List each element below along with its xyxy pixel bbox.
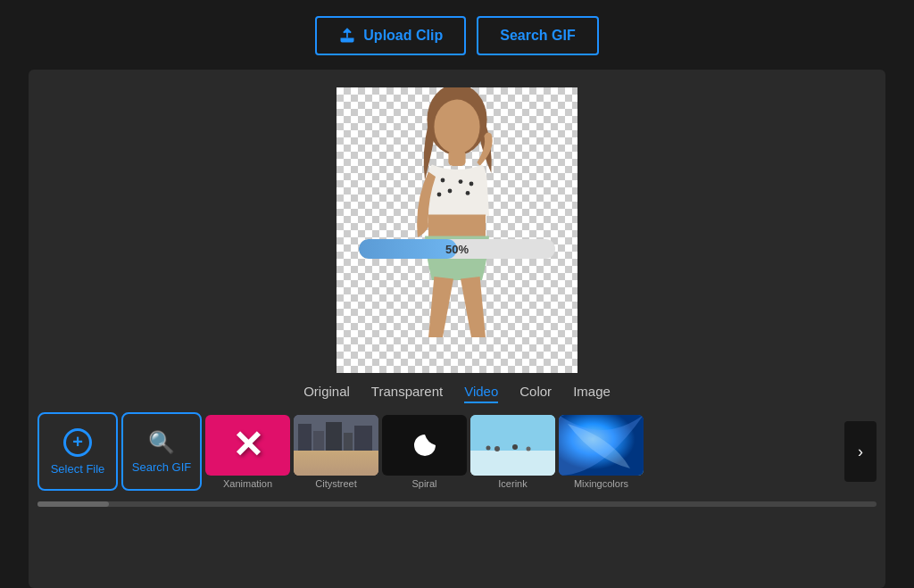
- preview-container: 50%: [337, 87, 577, 373]
- next-button[interactable]: ›: [844, 421, 877, 482]
- toolbar: Upload Clip Search GIF: [0, 0, 914, 70]
- figure-display: [337, 87, 577, 373]
- thumbnail-xanimation-label: Xanimation: [223, 478, 272, 489]
- thumbnail-xanimation[interactable]: ✕ Xanimation: [205, 415, 290, 489]
- select-file-button[interactable]: + Select File: [37, 412, 118, 491]
- svg-point-26: [486, 445, 491, 450]
- svg-rect-13: [326, 422, 342, 464]
- thumbnail-spiral-label: Spiral: [411, 478, 436, 489]
- thumbnail-spiral[interactable]: Spiral: [382, 415, 467, 489]
- upload-label: Upload Clip: [363, 28, 443, 44]
- svg-point-5: [448, 189, 453, 194]
- thumbnail-mixingcolors-box: [559, 415, 644, 476]
- thumbnail-citystreet-label: Citystreet: [315, 478, 356, 489]
- svg-point-6: [459, 179, 463, 184]
- svg-rect-21: [470, 415, 555, 451]
- thumbnail-mixingcolors[interactable]: Mixingcolors: [559, 415, 644, 489]
- svg-point-4: [441, 178, 445, 183]
- svg-point-25: [527, 446, 531, 451]
- progress-overlay: 50%: [359, 239, 555, 259]
- progress-track: 50%: [359, 239, 555, 259]
- svg-point-7: [466, 191, 470, 195]
- upload-icon: [338, 27, 356, 45]
- scrollbar-track[interactable]: [37, 501, 877, 507]
- search-gif-strip-label: Search GIF: [132, 460, 191, 474]
- thumbnail-spiral-box: [382, 415, 467, 476]
- svg-rect-3: [448, 150, 465, 166]
- search-gif-strip-button[interactable]: 🔍 Search GIF: [121, 412, 202, 491]
- upload-clip-button[interactable]: Upload Clip: [315, 16, 466, 55]
- select-file-label: Select File: [51, 462, 105, 476]
- svg-point-2: [434, 100, 479, 154]
- thumbnail-icerink[interactable]: Icerink: [470, 415, 555, 489]
- svg-point-8: [437, 193, 442, 197]
- progress-label: 50%: [359, 239, 555, 259]
- thumbnails-wrapper: ✕ Xanimation: [205, 415, 841, 489]
- tab-original[interactable]: Original: [303, 384, 350, 403]
- svg-point-9: [469, 182, 474, 186]
- svg-rect-12: [313, 431, 324, 464]
- scrollbar-thumb[interactable]: [37, 501, 109, 507]
- search-gif-label: Search GIF: [500, 28, 575, 44]
- svg-point-23: [494, 446, 500, 451]
- thumbnail-citystreet[interactable]: Citystreet: [294, 415, 378, 489]
- figure-svg: [386, 87, 528, 373]
- tab-color[interactable]: Color: [519, 384, 552, 403]
- svg-rect-15: [354, 426, 372, 464]
- thumbnail-icerink-box: [470, 415, 555, 476]
- thumbnail-citystreet-box: [294, 415, 378, 476]
- bottom-strip: + Select File 🔍 Search GIF ✕ Xanimation: [29, 412, 885, 491]
- search-icon: 🔍: [148, 430, 175, 455]
- tab-video[interactable]: Video: [464, 384, 498, 403]
- tab-transparent[interactable]: Transparent: [371, 384, 443, 403]
- tab-image[interactable]: Image: [573, 384, 611, 403]
- svg-rect-11: [298, 424, 312, 464]
- tabs-container: Original Transparent Video Color Image: [303, 384, 611, 403]
- scrollbar-container: [29, 494, 885, 507]
- svg-rect-22: [470, 451, 555, 476]
- plus-icon: +: [63, 428, 92, 457]
- search-gif-button[interactable]: Search GIF: [477, 16, 598, 55]
- chevron-right-icon: ›: [858, 443, 863, 461]
- thumbnail-mixingcolors-label: Mixingcolors: [574, 478, 628, 489]
- main-area: 50% Original Transparent Video Color Ima…: [29, 70, 885, 588]
- svg-rect-14: [344, 433, 353, 464]
- thumbnail-icerink-label: Icerink: [498, 478, 527, 489]
- svg-point-24: [512, 444, 518, 450]
- svg-rect-16: [294, 461, 378, 476]
- thumbnail-xanimation-box: ✕: [205, 415, 290, 476]
